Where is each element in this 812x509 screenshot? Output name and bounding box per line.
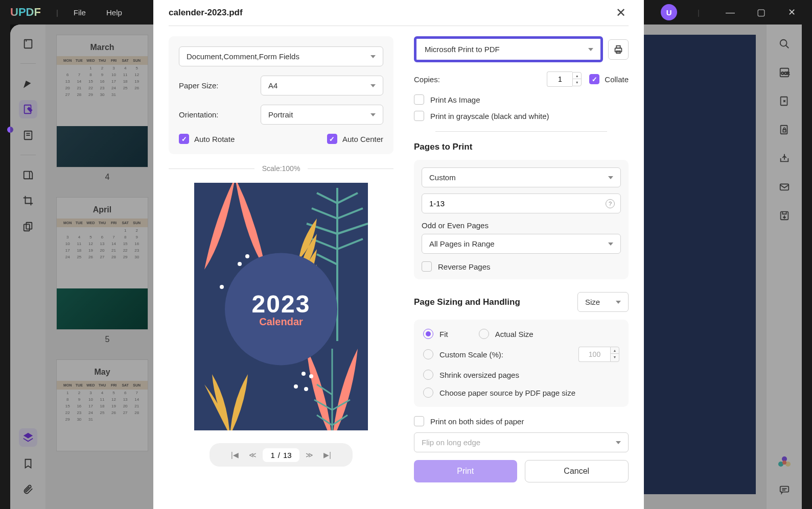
printer-properties-button[interactable] bbox=[608, 39, 629, 60]
menu-help[interactable]: Help bbox=[106, 8, 122, 17]
app-logo: UPDF bbox=[10, 6, 41, 19]
close-window-button[interactable]: ✕ bbox=[781, 2, 802, 22]
custom-scale-input[interactable] bbox=[578, 347, 610, 362]
scale-label: Scale:100% bbox=[254, 164, 308, 173]
dialog-actions: Print Cancel bbox=[414, 460, 629, 482]
dot-decoration bbox=[245, 254, 249, 258]
dialog-title: calender-2023.pdf bbox=[169, 8, 243, 18]
copies-spinner[interactable]: ▲▼ bbox=[547, 71, 582, 87]
checkbox-label: Print in grayscale (black and white) bbox=[430, 112, 549, 120]
auto-center-checkbox[interactable]: Auto Center bbox=[327, 134, 383, 144]
dialog-header: calender-2023.pdf ✕ bbox=[169, 0, 629, 26]
checkbox-label: Reverse Pages bbox=[438, 262, 491, 271]
print-preview: 2023 Calendar bbox=[194, 183, 368, 430]
printer-select[interactable]: Microsoft Print to PDF bbox=[414, 36, 603, 62]
separator: | bbox=[56, 8, 58, 17]
avatar[interactable]: U bbox=[661, 4, 677, 20]
window-controls: U | — ▢ ✕ bbox=[661, 2, 802, 22]
spinner-buttons: ▲▼ bbox=[610, 347, 619, 362]
grayscale-checkbox[interactable]: Print in grayscale (black and white) bbox=[414, 111, 629, 121]
pages-mode-select[interactable]: Custom bbox=[422, 167, 621, 187]
radio-icon bbox=[423, 329, 433, 339]
fit-radio[interactable]: Fit bbox=[423, 329, 448, 339]
preview-subtitle: Calendar bbox=[259, 316, 303, 328]
copies-input[interactable] bbox=[547, 71, 572, 87]
pager-current: 1 bbox=[270, 451, 274, 459]
print-fields-select[interactable]: Document,Comment,Form Fields bbox=[179, 46, 383, 66]
copies-label: Copies: bbox=[414, 75, 440, 84]
orientation-row: Orientation: Portrait bbox=[179, 105, 383, 125]
preview-pager: |◀ ≪ 1 / 13 ≫ ▶| bbox=[210, 443, 353, 467]
separator: | bbox=[698, 8, 700, 17]
spinner-buttons: ▲▼ bbox=[572, 72, 582, 86]
radio-row: Fit Actual Size bbox=[423, 329, 619, 339]
dot-decoration bbox=[304, 387, 308, 391]
sizing-header: Page Sizing and Handling Size bbox=[414, 292, 629, 312]
pages-to-print-title: Pages to Print bbox=[414, 142, 629, 152]
dot-decoration bbox=[238, 262, 242, 266]
custom-scale-input-wrap: ▲▼ bbox=[578, 347, 619, 362]
actual-size-radio[interactable]: Actual Size bbox=[479, 329, 533, 339]
pages-range-input[interactable] bbox=[422, 193, 621, 213]
sizing-mode-select[interactable]: Size bbox=[577, 292, 629, 312]
checkbox-icon bbox=[179, 134, 189, 144]
dialog-left-column: Document,Comment,Form Fields Paper Size:… bbox=[169, 36, 393, 482]
collate-checkbox[interactable]: Collate bbox=[589, 74, 629, 84]
sizing-title: Page Sizing and Handling bbox=[414, 297, 520, 307]
orientation-select[interactable]: Portrait bbox=[261, 105, 383, 125]
separator bbox=[169, 26, 629, 26]
pager-display[interactable]: 1 / 13 bbox=[263, 448, 299, 462]
help-icon[interactable]: ? bbox=[606, 199, 615, 208]
print-button[interactable]: Print bbox=[414, 460, 517, 482]
sizing-options-panel: Fit Actual Size Custom Scale (%): ▲▼ Shr… bbox=[414, 320, 629, 407]
odd-even-label: Odd or Even Pages bbox=[422, 221, 621, 230]
scale-divider: Scale:100% bbox=[169, 164, 393, 173]
dot-decoration bbox=[301, 372, 306, 376]
orientation-label: Orientation: bbox=[179, 110, 261, 119]
radio-label: Custom Scale (%): bbox=[439, 350, 503, 359]
menu-file[interactable]: File bbox=[74, 8, 86, 17]
radio-row: Choose paper source by PDF page size bbox=[423, 387, 619, 398]
spinner-up[interactable]: ▲ bbox=[573, 72, 581, 79]
minimize-button[interactable]: — bbox=[720, 2, 740, 22]
flip-select[interactable]: Flip on long edge bbox=[414, 432, 629, 452]
spinner-down[interactable]: ▼ bbox=[611, 354, 619, 360]
spinner-up[interactable]: ▲ bbox=[611, 347, 619, 354]
pager-last-button[interactable]: ▶| bbox=[320, 447, 335, 463]
paper-size-select[interactable]: A4 bbox=[261, 76, 383, 95]
shrink-radio[interactable]: Shrink oversized pages bbox=[423, 370, 519, 380]
checkbox-label: Auto Center bbox=[342, 135, 383, 143]
radio-label: Actual Size bbox=[495, 330, 533, 338]
custom-scale-radio[interactable]: Custom Scale (%): bbox=[423, 349, 503, 359]
dot-decoration bbox=[220, 285, 224, 289]
pager-prev-button[interactable]: ≪ bbox=[245, 447, 260, 463]
pager-next-button[interactable]: ≫ bbox=[302, 447, 317, 463]
preview-center-circle: 2023 Calendar bbox=[225, 253, 337, 365]
both-sides-checkbox[interactable]: Print on both sides of paper bbox=[414, 416, 629, 426]
choose-source-radio[interactable]: Choose paper source by PDF page size bbox=[423, 387, 575, 398]
checkbox-icon bbox=[589, 74, 599, 84]
checkbox-label: Print on both sides of paper bbox=[430, 417, 524, 426]
dot-decoration bbox=[309, 374, 313, 378]
separator bbox=[435, 131, 607, 132]
pager-sep: / bbox=[278, 451, 280, 459]
radio-label: Choose paper source by PDF page size bbox=[439, 389, 575, 397]
spinner-down[interactable]: ▼ bbox=[573, 79, 581, 86]
print-as-image-checkbox[interactable]: Print As Image bbox=[414, 94, 629, 105]
copies-row: Copies: ▲▼ Collate bbox=[414, 71, 629, 87]
radio-icon bbox=[423, 349, 433, 359]
svg-rect-25 bbox=[616, 45, 620, 48]
page-setup-panel: Document,Comment,Form Fields Paper Size:… bbox=[169, 36, 393, 154]
checkbox-label: Auto Rotate bbox=[194, 135, 235, 143]
maximize-button[interactable]: ▢ bbox=[751, 2, 771, 22]
checkbox-icon bbox=[414, 111, 424, 121]
dialog-close-button[interactable]: ✕ bbox=[613, 3, 629, 22]
radio-label: Fit bbox=[439, 330, 448, 338]
pager-first-button[interactable]: |◀ bbox=[227, 447, 242, 463]
odd-even-select[interactable]: All Pages in Range bbox=[422, 234, 621, 254]
checkbox-icon bbox=[414, 94, 424, 105]
reverse-pages-checkbox[interactable]: Reverse Pages bbox=[422, 261, 621, 272]
cancel-button[interactable]: Cancel bbox=[525, 460, 629, 482]
pager-total: 13 bbox=[283, 451, 292, 459]
auto-rotate-checkbox[interactable]: Auto Rotate bbox=[179, 134, 235, 144]
